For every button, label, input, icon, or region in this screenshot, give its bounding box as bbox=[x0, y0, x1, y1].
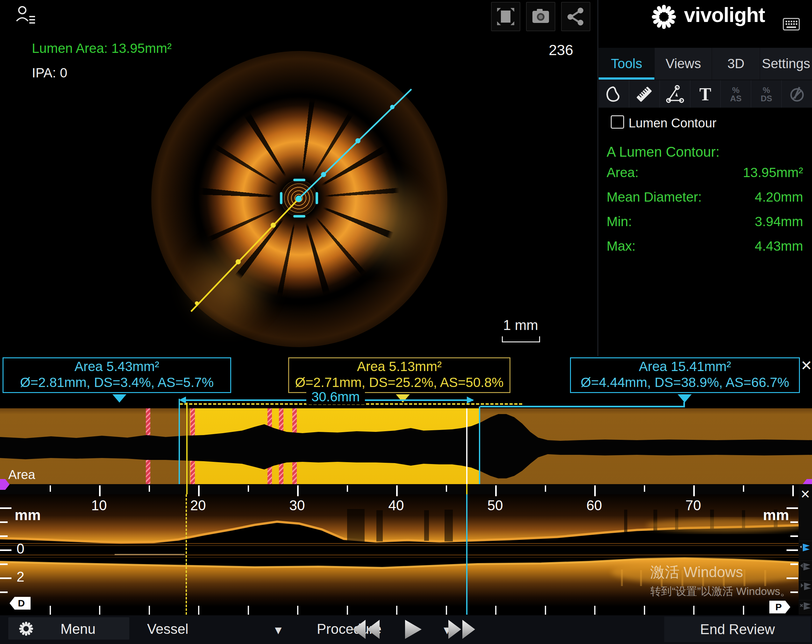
ruler-tick bbox=[495, 485, 497, 496]
close-icon: ✕ bbox=[800, 487, 810, 501]
stat-value: 13.95mm² bbox=[743, 165, 803, 180]
depth-ruler-tick bbox=[786, 507, 798, 509]
text-tool-button[interactable]: T bbox=[690, 80, 721, 108]
contour-stats-title: A Lumen Contour: bbox=[607, 144, 720, 160]
tab-settings[interactable]: Settings bbox=[760, 48, 812, 79]
ruler-tick bbox=[693, 485, 695, 496]
next-bookmark-button[interactable] bbox=[799, 580, 812, 594]
fullscreen-button[interactable] bbox=[491, 2, 520, 31]
tab-tools[interactable]: Tools bbox=[599, 48, 655, 79]
stat-value: 4.43mm bbox=[755, 238, 803, 254]
bottom-ruler-tick bbox=[50, 606, 51, 615]
area-strip-label: Area bbox=[8, 467, 35, 482]
depth-ruler-tick bbox=[0, 563, 8, 565]
lumen-contour-checkbox[interactable] bbox=[611, 115, 624, 129]
rewind-button[interactable] bbox=[349, 620, 380, 639]
add-bookmark-icon bbox=[800, 542, 811, 553]
tab-3d[interactable]: 3D bbox=[712, 48, 760, 79]
panel-divider bbox=[597, 0, 598, 356]
panel-tabs: Tools Views 3D Settings bbox=[599, 48, 812, 79]
annotation-pointer-3 bbox=[678, 394, 691, 403]
close-annotations-button[interactable]: ✕ bbox=[801, 359, 812, 372]
longitudinal-view[interactable]: 10203040506070 mm mm 0 2 D P 激活 Windows … bbox=[0, 494, 812, 615]
close-longitudinal-button[interactable]: ✕ bbox=[799, 488, 812, 501]
ruler-tick bbox=[347, 485, 348, 492]
snapshot-button[interactable] bbox=[526, 2, 556, 31]
depth-ruler-tick bbox=[791, 521, 798, 523]
angle-tool-icon bbox=[665, 84, 685, 104]
segment-start-line[interactable] bbox=[179, 399, 180, 484]
bottom-ruler-tick bbox=[99, 606, 100, 615]
ruler-tick bbox=[594, 485, 596, 496]
annotation-box-1[interactable]: Area 5.43mm² Ø=2.81mm, DS=3.4%, AS=5.7% bbox=[3, 357, 231, 393]
bottom-bar: Menu Vessel ▼ Procedure ▼ End Review bbox=[0, 615, 812, 644]
distance-arrowhead-left bbox=[179, 397, 186, 403]
menu-spinner-icon bbox=[18, 620, 34, 637]
oct-cross-section-view[interactable]: Lumen Area: 13.95mm² IPA: 0 236 bbox=[0, 0, 598, 356]
ruler-tick bbox=[248, 485, 249, 492]
side-panel: vivolight Tools Views 3D Settings bbox=[599, 0, 812, 356]
annotation-detail: Ø=2.71mm, DS=25.2%, AS=50.8% bbox=[289, 375, 510, 390]
bottom-ruler-tick bbox=[198, 606, 199, 615]
stat-row-mean-diameter: Mean Diameter: 4.20mm bbox=[607, 189, 803, 209]
add-bookmark-button[interactable] bbox=[799, 541, 812, 554]
annotation-area: Area 15.41mm² bbox=[571, 359, 799, 374]
ruler-tool-button[interactable] bbox=[629, 80, 660, 108]
erase-tool-icon bbox=[788, 85, 807, 104]
delete-bookmark-button[interactable] bbox=[799, 600, 812, 613]
vessel-dropdown-caret-icon[interactable]: ▼ bbox=[273, 624, 284, 637]
ruler-unit-left: mm bbox=[15, 507, 41, 523]
bottom-ruler-tick bbox=[149, 606, 150, 615]
depth-ruler-tick bbox=[791, 591, 798, 593]
segment-end-line[interactable] bbox=[479, 406, 480, 484]
bottom-ruler-tick bbox=[347, 606, 348, 615]
current-frame-line[interactable] bbox=[466, 408, 467, 484]
current-frame-line-longitudinal[interactable] bbox=[466, 494, 467, 615]
area-graph-strip[interactable]: Area bbox=[0, 408, 812, 484]
keyboard-icon[interactable] bbox=[783, 18, 800, 31]
angle-tool-button[interactable] bbox=[660, 80, 690, 108]
ruler-tick bbox=[644, 485, 645, 492]
ds-percent-icon: %DS bbox=[761, 86, 772, 102]
ruler-tick bbox=[50, 485, 51, 492]
patient-list-icon[interactable] bbox=[15, 4, 38, 27]
bottom-ruler-tick bbox=[594, 606, 595, 615]
fast-forward-button[interactable] bbox=[448, 620, 479, 639]
stent-position-dashed-line[interactable] bbox=[186, 494, 187, 615]
depth-label-2: 2 bbox=[17, 569, 24, 585]
fullscreen-icon bbox=[496, 7, 516, 26]
ruler-tick bbox=[198, 485, 200, 496]
depth-ruler-tick bbox=[0, 591, 8, 593]
play-button[interactable] bbox=[405, 620, 423, 639]
bottom-ruler-tick bbox=[297, 606, 298, 615]
ruler-label: 60 bbox=[586, 497, 602, 513]
lumen-area-readout: Lumen Area: 13.95mm² bbox=[32, 41, 172, 56]
annotation-box-2[interactable]: Area 5.13mm² Ø=2.71mm, DS=25.2%, AS=50.8… bbox=[288, 357, 510, 393]
distance-arrowhead-right bbox=[467, 397, 474, 403]
erase-tool-button[interactable] bbox=[782, 80, 812, 108]
vessel-dropdown-label[interactable]: Vessel bbox=[147, 621, 189, 637]
tab-views[interactable]: Views bbox=[655, 48, 712, 79]
catheter-bracket-top bbox=[293, 179, 305, 181]
annotation-area: Area 5.43mm² bbox=[3, 359, 230, 374]
as-percent-icon: %AS bbox=[730, 86, 742, 102]
frame-number: 236 bbox=[529, 41, 573, 59]
menu-button[interactable]: Menu bbox=[8, 617, 129, 639]
annotation-box-3[interactable]: Area 15.41mm² Ø=4.44mm, DS=38.9%, AS=66.… bbox=[570, 357, 800, 393]
depth-ruler-tick bbox=[786, 577, 798, 579]
end-review-button[interactable]: End Review bbox=[664, 617, 811, 642]
camera-icon bbox=[531, 6, 551, 27]
depth-ruler-tick bbox=[0, 507, 11, 509]
stat-label: Max: bbox=[607, 238, 636, 254]
depth-ruler-tick bbox=[0, 577, 11, 579]
share-button[interactable] bbox=[561, 2, 591, 31]
as-percent-tool-button[interactable]: %AS bbox=[720, 80, 751, 108]
previous-bookmark-button[interactable] bbox=[799, 560, 812, 574]
contour-tool-icon bbox=[604, 85, 623, 104]
ds-percent-tool-button[interactable]: %DS bbox=[751, 80, 782, 108]
ruler-tick bbox=[149, 485, 150, 492]
stent-start-line[interactable] bbox=[186, 403, 188, 494]
contour-tool-button[interactable] bbox=[599, 80, 629, 108]
bottom-ruler-tick bbox=[693, 606, 694, 615]
share-icon bbox=[566, 7, 586, 26]
